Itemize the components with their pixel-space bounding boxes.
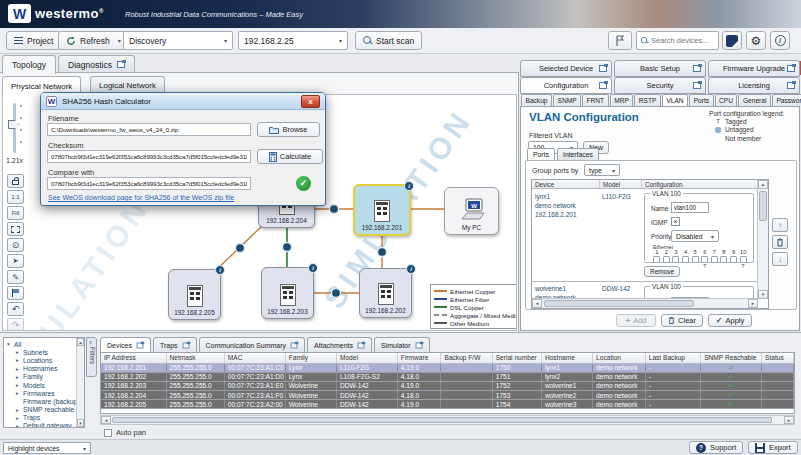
port-checkbox[interactable] xyxy=(663,256,670,263)
tab-diagnostics[interactable]: Diagnostics xyxy=(58,55,135,73)
column-family[interactable]: Family xyxy=(285,353,336,363)
tab-attachments[interactable]: Attachments xyxy=(307,337,372,352)
port-checkbox[interactable] xyxy=(682,256,689,263)
subtab-mrp[interactable]: MRP xyxy=(610,94,634,106)
popout-icon[interactable] xyxy=(693,82,701,89)
tab-topology[interactable]: Topology xyxy=(2,55,56,74)
export-button[interactable]: Export xyxy=(748,441,798,454)
info-badge[interactable]: i xyxy=(308,263,318,273)
subtab-general[interactable]: General xyxy=(738,94,770,106)
port-checkbox[interactable] xyxy=(701,256,708,263)
subtab-rstp[interactable]: RSTP xyxy=(634,94,661,106)
subtab-ports[interactable]: Ports xyxy=(689,94,713,106)
select-mode-button[interactable]: ➤ xyxy=(7,254,24,268)
start-scan-button[interactable]: Start scan xyxy=(355,31,422,50)
popout-icon[interactable] xyxy=(358,342,365,348)
flag-button[interactable] xyxy=(608,31,632,50)
weos-download-link[interactable]: See WeOS download page for SHA256 of the… xyxy=(48,194,234,201)
discovery-mode-select[interactable]: Discovery ▾ xyxy=(123,31,233,50)
subtab-frnt[interactable]: FRNT xyxy=(582,94,609,106)
highlight-devices-select[interactable]: Highlight devices ▾ xyxy=(3,442,91,454)
tab-selected-device[interactable]: Selected Device xyxy=(520,60,612,77)
column-netmask[interactable]: Netmask xyxy=(166,353,224,363)
vlan-name-field[interactable] xyxy=(671,202,709,213)
port-checkbox[interactable] xyxy=(672,256,679,263)
zoom-fill-button[interactable]: Fill xyxy=(7,206,24,220)
fit-view-button[interactable] xyxy=(7,222,24,236)
devices-table-hscrollbar[interactable]: ◄ ► xyxy=(100,415,795,425)
compare-field[interactable] xyxy=(47,177,251,190)
column-configuration[interactable]: Configuration xyxy=(642,180,758,188)
tree-item-default-gateway[interactable]: ▸Default gateway xyxy=(4,422,84,428)
column-serial-number[interactable]: Serial number xyxy=(492,353,541,363)
filters-collapse-tab[interactable]: ‹ Filters xyxy=(86,337,97,377)
tree-item-hostnames[interactable]: ▸Hostnames xyxy=(4,365,84,373)
subtab-cpu[interactable]: CPU xyxy=(715,94,738,106)
tab-communication-summary[interactable]: Communication Summary xyxy=(199,337,306,352)
delete-button[interactable] xyxy=(772,235,788,249)
scroll-down-button[interactable]: ▼ xyxy=(77,419,84,427)
device-node-205[interactable]: i 192.168.2.205 xyxy=(168,269,221,320)
bookmark-button[interactable] xyxy=(722,31,742,50)
tree-expander-icon[interactable]: ▾ xyxy=(7,341,14,347)
group-by-select[interactable]: type ▾ xyxy=(584,164,620,176)
priority-select[interactable]: Disabled ▾ xyxy=(671,230,719,242)
tree-item-family[interactable]: ▸Family xyxy=(4,373,84,381)
filter-tree-scrollbar[interactable]: ▲ ▼ xyxy=(76,338,84,427)
column-mac[interactable]: MAC xyxy=(224,353,285,363)
tree-item-all[interactable]: ▾All xyxy=(4,340,84,348)
device-node-202[interactable]: i 192.168.2.202 xyxy=(359,268,412,318)
column-snmp-reachable[interactable]: SNMP Reachable xyxy=(701,353,762,363)
table-row[interactable]: 192.168.2.204255.255.255.000:07:7C:23:A1… xyxy=(101,391,794,400)
tab-licensing[interactable]: Licensing xyxy=(708,77,800,94)
scroll-thumb[interactable] xyxy=(544,300,694,307)
search-input[interactable] xyxy=(651,33,717,48)
subtab-vlan[interactable]: VLAN xyxy=(662,94,688,106)
scroll-up-button[interactable]: ▲ xyxy=(758,180,768,189)
scroll-left-button[interactable]: ◄ xyxy=(532,299,542,308)
tree-item-traps[interactable]: ▸Traps xyxy=(4,414,84,422)
port-checkbox[interactable] xyxy=(653,256,660,263)
tree-item-models[interactable]: ▸Models xyxy=(4,381,84,389)
column-model[interactable]: Model xyxy=(336,353,397,363)
clear-button[interactable]: Clear xyxy=(661,314,703,327)
apply-button[interactable]: ✓ Apply xyxy=(708,314,752,327)
dialog-titlebar[interactable]: W SHA256 Hash Calculator x xyxy=(41,93,325,110)
tab-traps[interactable]: Traps xyxy=(153,337,197,352)
port-checkbox[interactable] xyxy=(720,256,727,263)
info-badge[interactable]: i xyxy=(215,265,225,275)
tree-item-subnets[interactable]: ▸Subnets xyxy=(4,348,84,356)
column-status[interactable]: Status xyxy=(762,353,794,363)
table-row[interactable]: 192.168.2.203255.255.255.000:07:7C:23:A1… xyxy=(101,381,794,390)
port-checkbox[interactable] xyxy=(730,256,737,263)
tree-expander-icon[interactable]: ▸ xyxy=(16,374,23,380)
tab-firmware-upgrade[interactable]: Firmware Upgrade xyxy=(708,60,800,77)
settings-button[interactable]: ⚙ xyxy=(746,31,766,50)
column-hostname[interactable]: Hostname xyxy=(541,353,592,363)
popout-icon[interactable] xyxy=(182,342,189,348)
scroll-thumb[interactable] xyxy=(112,417,772,423)
scan-range-select[interactable]: 192.168.2.25 ▾ xyxy=(238,31,348,50)
tree-expander-icon[interactable]: ▸ xyxy=(16,366,23,372)
info-badge[interactable]: i xyxy=(404,181,414,191)
refresh-button[interactable]: Refresh ▾ xyxy=(58,31,129,50)
table-row[interactable]: 192.168.2.202255.255.255.000:07:7C:23:A1… xyxy=(101,372,794,381)
tab-ports[interactable]: Ports xyxy=(527,148,555,160)
annotate-button[interactable] xyxy=(7,286,24,300)
popout-icon[interactable] xyxy=(787,65,795,72)
tree-expander-icon[interactable]: ▸ xyxy=(16,349,23,355)
subtab-snmp[interactable]: SNMP xyxy=(553,94,581,106)
tree-expander-icon[interactable]: ▸ xyxy=(16,357,23,363)
browse-button[interactable]: Browse xyxy=(257,122,320,137)
scroll-right-button[interactable]: ► xyxy=(748,299,758,308)
subtab-backup[interactable]: Backup xyxy=(521,94,552,106)
zoom-one-to-one-button[interactable]: 1:1 xyxy=(7,190,24,204)
my-pc-node[interactable]: W My PC xyxy=(444,187,499,235)
support-button[interactable]: ? Support xyxy=(689,441,743,454)
tab-configuration[interactable]: Configuration xyxy=(520,77,612,94)
tree-expander-icon[interactable]: ▸ xyxy=(16,390,23,396)
popout-icon[interactable] xyxy=(117,61,125,68)
tab-interfaces[interactable]: Interfaces xyxy=(557,148,599,160)
tree-item-snmp-reachable[interactable]: ▸SNMP reachable xyxy=(4,406,84,414)
close-button[interactable]: x xyxy=(301,95,320,108)
